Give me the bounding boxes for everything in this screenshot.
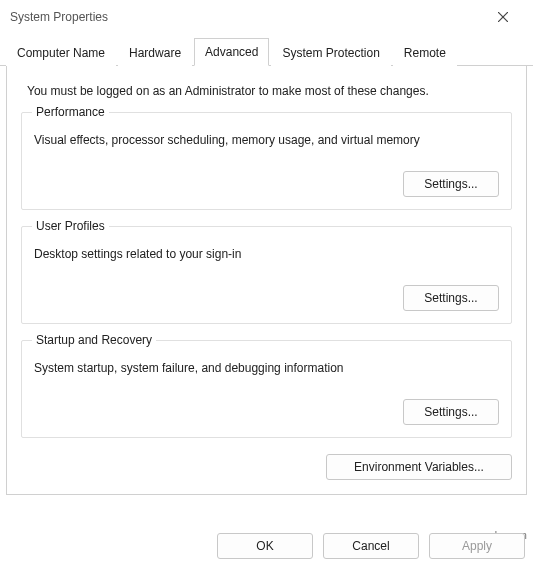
- tabstrip: Computer Name Hardware Advanced System P…: [0, 34, 533, 66]
- performance-settings-button[interactable]: Settings...: [403, 171, 499, 197]
- group-startup-recovery: Startup and Recovery System startup, sys…: [21, 340, 512, 438]
- group-user-profiles-legend: User Profiles: [32, 219, 109, 233]
- startup-recovery-settings-button[interactable]: Settings...: [403, 399, 499, 425]
- tab-remote[interactable]: Remote: [393, 39, 457, 66]
- tab-panel-advanced: You must be logged on as an Administrato…: [6, 66, 527, 495]
- close-icon: [498, 12, 508, 22]
- group-performance: Performance Visual effects, processor sc…: [21, 112, 512, 210]
- group-user-profiles-desc: Desktop settings related to your sign-in: [34, 247, 499, 261]
- window-title: System Properties: [10, 10, 483, 24]
- tab-advanced[interactable]: Advanced: [194, 38, 269, 66]
- tab-computer-name[interactable]: Computer Name: [6, 39, 116, 66]
- cancel-button[interactable]: Cancel: [323, 533, 419, 559]
- apply-button[interactable]: Apply: [429, 533, 525, 559]
- group-startup-recovery-desc: System startup, system failure, and debu…: [34, 361, 499, 375]
- environment-variables-button[interactable]: Environment Variables...: [326, 454, 512, 480]
- group-performance-legend: Performance: [32, 105, 109, 119]
- group-user-profiles: User Profiles Desktop settings related t…: [21, 226, 512, 324]
- intro-text: You must be logged on as an Administrato…: [27, 84, 512, 98]
- titlebar: System Properties: [0, 0, 533, 34]
- group-performance-desc: Visual effects, processor scheduling, me…: [34, 133, 499, 147]
- user-profiles-settings-button[interactable]: Settings...: [403, 285, 499, 311]
- close-button[interactable]: [483, 2, 523, 32]
- dialog-footer: OK Cancel Apply: [217, 533, 525, 559]
- group-startup-recovery-legend: Startup and Recovery: [32, 333, 156, 347]
- tab-system-protection[interactable]: System Protection: [271, 39, 390, 66]
- tab-hardware[interactable]: Hardware: [118, 39, 192, 66]
- ok-button[interactable]: OK: [217, 533, 313, 559]
